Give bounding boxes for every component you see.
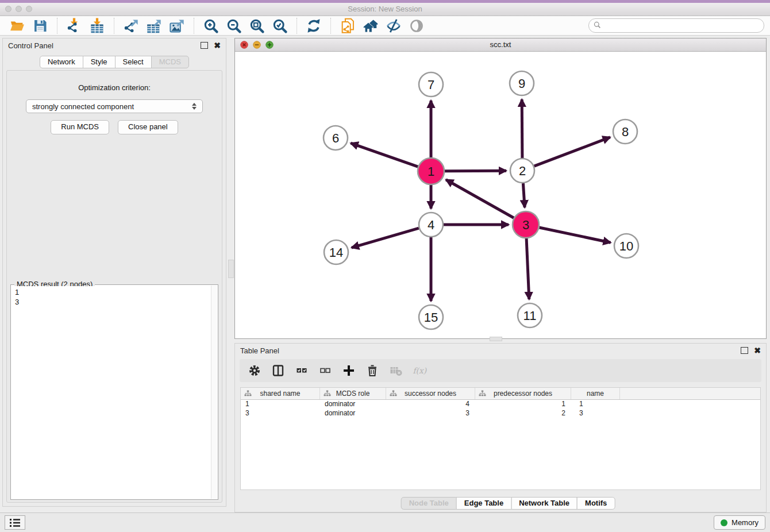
graph-node-6[interactable]: 6	[324, 126, 348, 150]
column-share-policy-icon	[479, 390, 486, 399]
network-title: scc.txt	[235, 38, 766, 51]
zoom-out-icon[interactable]	[225, 17, 243, 34]
mcds-panel: Optimization criterion: strongly connect…	[6, 70, 222, 503]
export-network-icon[interactable]	[122, 17, 140, 34]
export-image-icon[interactable]	[168, 17, 186, 34]
network-file-icon[interactable]	[338, 17, 357, 34]
mcds-result-text[interactable]: 13	[11, 286, 211, 499]
toolbar-separator	[194, 18, 194, 34]
task-history-button[interactable]	[5, 515, 25, 530]
graph-node-4[interactable]: 4	[419, 213, 443, 237]
graph-edge-1-2[interactable]	[445, 171, 506, 171]
tab-network[interactable]: Network	[40, 56, 83, 68]
optimization-criterion-select[interactable]: strongly connected component	[26, 99, 203, 113]
save-session-icon[interactable]	[31, 17, 49, 34]
graph-edge-3-1[interactable]	[446, 180, 514, 218]
apply-layout-icon[interactable]	[305, 17, 323, 34]
search-icon	[594, 21, 601, 31]
svg-text:7: 7	[428, 78, 434, 92]
search-input[interactable]	[605, 21, 759, 30]
tab-edge-table[interactable]: Edge Table	[456, 497, 511, 510]
control-panel-title: Control Panel	[8, 41, 53, 50]
splitter-grip-horizontal[interactable]	[490, 337, 502, 341]
svg-text:10: 10	[619, 239, 633, 253]
graph-node-9[interactable]: 9	[510, 71, 534, 95]
close-table-panel-icon[interactable]: ✖	[754, 346, 761, 354]
memory-button[interactable]: Memory	[714, 515, 765, 530]
graph-edge-2-3[interactable]	[523, 183, 525, 207]
float-panel-icon[interactable]	[201, 42, 208, 49]
select-all-columns-icon[interactable]	[294, 363, 309, 378]
table-settings-icon[interactable]	[247, 363, 262, 378]
splitter-grip-vertical[interactable]	[228, 260, 234, 278]
tab-motifs[interactable]: Motifs	[577, 497, 615, 510]
tab-node-table[interactable]: Node Table	[401, 497, 457, 510]
result-scrollbar[interactable]	[211, 286, 217, 499]
graph-edge-3-10[interactable]	[540, 228, 611, 242]
graph-edge-2-8[interactable]	[534, 137, 610, 166]
home-icon[interactable]	[361, 17, 380, 34]
function-builder-icon: f(x)	[412, 363, 427, 378]
graph-node-14[interactable]: 14	[324, 240, 348, 264]
show-panels-icon[interactable]	[407, 17, 426, 34]
memory-label: Memory	[732, 518, 759, 527]
table-cell: 1	[241, 400, 320, 409]
zoom-selected-icon[interactable]	[271, 17, 289, 34]
graph-node-8[interactable]: 8	[613, 119, 637, 144]
app-title: Session: New Session	[0, 3, 770, 16]
export-table-icon[interactable]	[145, 17, 163, 34]
network-graph-canvas[interactable]: 7 9 6 8 1 2 4 3 14 10 15 11	[235, 51, 766, 338]
run-mcds-button[interactable]: Run MCDS	[51, 120, 109, 134]
table-panel-header: Table Panel ✖	[235, 344, 766, 357]
show-columns-icon[interactable]	[271, 363, 286, 378]
tab-network-table[interactable]: Network Table	[511, 497, 578, 510]
import-network-icon[interactable]	[65, 17, 83, 34]
graph-node-11[interactable]: 11	[518, 303, 542, 327]
graph-edge-2-9[interactable]	[522, 99, 522, 158]
hide-panels-icon[interactable]	[384, 17, 403, 34]
close-panel-button[interactable]: Close panel	[118, 120, 178, 134]
result-line: 3	[15, 297, 207, 307]
tab-mcds[interactable]: MCDS	[151, 56, 189, 68]
svg-text:3: 3	[522, 218, 529, 232]
table-cell: 2	[475, 409, 571, 418]
delete-columns-icon[interactable]	[365, 363, 380, 378]
delete-table-icon	[388, 363, 403, 378]
svg-text:1: 1	[428, 164, 434, 179]
table-header-row: shared nameMCDS rolesuccessor nodesprede…	[241, 388, 760, 400]
zoom-fit-icon[interactable]	[248, 17, 266, 34]
add-column-icon[interactable]	[341, 363, 356, 378]
graph-edge-1-6[interactable]	[351, 143, 418, 167]
column-header-MCDS-role[interactable]: MCDS role	[320, 388, 386, 399]
graph-node-15[interactable]: 15	[419, 305, 443, 329]
column-header-predecessor-nodes[interactable]: predecessor nodes	[475, 388, 571, 399]
search-box[interactable]	[588, 18, 764, 33]
graph-node-7[interactable]: 7	[419, 72, 443, 97]
graph-edge-4-14[interactable]	[352, 228, 419, 248]
open-file-icon[interactable]	[8, 17, 26, 34]
svg-text:2: 2	[519, 164, 526, 178]
table-cell: 1	[571, 400, 620, 409]
graph-node-3[interactable]: 3	[513, 211, 539, 238]
tab-select[interactable]: Select	[115, 56, 152, 68]
column-header-shared-name[interactable]: shared name	[241, 388, 320, 399]
column-header-successor-nodes[interactable]: successor nodes	[386, 388, 475, 399]
table-cell: 1	[475, 400, 571, 409]
table-row[interactable]: 1dominator411	[241, 400, 760, 409]
table-row[interactable]: 3dominator323	[241, 409, 760, 418]
zoom-in-icon[interactable]	[202, 17, 220, 34]
graph-node-1[interactable]: 1	[418, 158, 444, 184]
tab-style[interactable]: Style	[83, 56, 116, 68]
graph-edge-3-11[interactable]	[526, 238, 529, 299]
float-table-panel-icon[interactable]	[741, 347, 748, 354]
svg-text:9: 9	[518, 76, 525, 91]
close-panel-icon[interactable]: ✖	[214, 41, 221, 49]
graph-node-10[interactable]: 10	[614, 234, 638, 258]
column-header-filler	[620, 388, 760, 399]
table-cell: 3	[386, 409, 475, 418]
unselect-all-columns-icon[interactable]	[318, 363, 333, 378]
graph-node-2[interactable]: 2	[510, 159, 534, 183]
column-header-name[interactable]: name	[571, 388, 620, 399]
import-table-icon[interactable]	[88, 17, 106, 34]
network-view-window: scc.txt 7 9 6 8 1 2 4 3 14 10 15 1	[234, 38, 767, 339]
